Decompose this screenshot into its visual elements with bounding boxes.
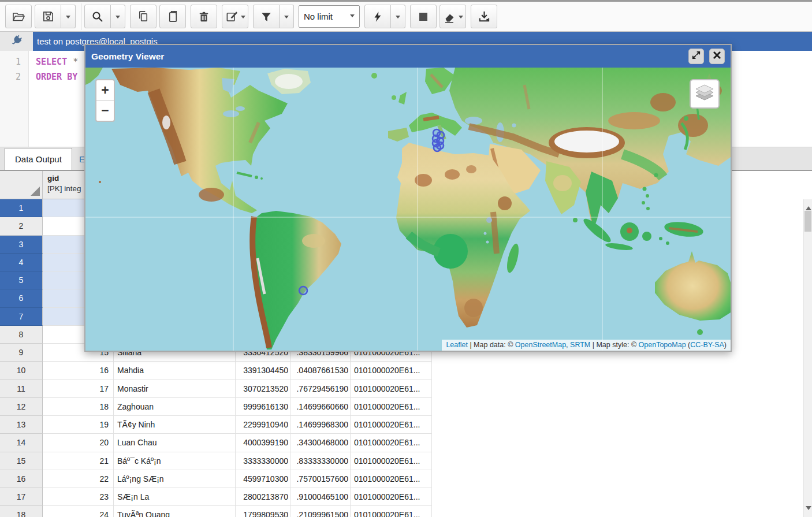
leaflet-map[interactable]: + − Leaflet | Map data: © OpenStreetMap,… (85, 68, 731, 351)
cell-gid[interactable]: 17 (43, 380, 114, 398)
table-row[interactable]: 1420Luan Chau4000399190.3430046800001010… (0, 434, 803, 452)
cell-name[interactable]: TÃ¢y Ninh (114, 416, 236, 434)
cell-name[interactable]: TuyÃªn Quang (114, 506, 236, 517)
layers-control[interactable] (690, 79, 720, 109)
table-row[interactable]: 1016Mahdia3391304450.0408766153001010000… (0, 362, 803, 380)
cell-geom[interactable]: 0101000020E61... (351, 380, 432, 398)
filter-options-button[interactable] (280, 5, 294, 28)
table-row[interactable]: 1723SÆ¡n La2800213870.910004651000101000… (0, 488, 803, 506)
row-number[interactable]: 5 (0, 271, 43, 289)
vertical-scrollbar[interactable] (803, 199, 812, 517)
cell-name[interactable]: SÆ¡n La (114, 488, 236, 506)
execute-button[interactable] (364, 5, 391, 28)
open-file-button[interactable] (5, 5, 32, 28)
cell-value2[interactable]: .34300468000 (290, 434, 351, 452)
cell-value2[interactable]: .21099961500 (290, 506, 351, 517)
find-options-button[interactable] (111, 5, 125, 28)
cell-value1[interactable]: 3333330000 (236, 452, 290, 470)
row-number[interactable]: 6 (0, 289, 43, 307)
filter-button[interactable] (253, 5, 280, 28)
row-number[interactable]: 7 (0, 308, 43, 326)
zoom-in-button[interactable]: + (96, 80, 114, 101)
select-all-corner[interactable] (0, 171, 43, 199)
cell-gid[interactable]: 21 (43, 452, 114, 470)
cell-geom[interactable]: 0101000020E61... (351, 434, 432, 452)
table-row[interactable]: 1824TuyÃªn Quang1799809530.2109996150001… (0, 506, 803, 517)
cell-value1[interactable]: 2800213870 (236, 488, 290, 506)
table-row[interactable]: 1521Báº¯c Káº¡n3333330000.83333330000010… (0, 452, 803, 470)
save-options-button[interactable] (61, 5, 76, 28)
cell-geom[interactable]: 0101000020E61... (351, 416, 432, 434)
cell-value1[interactable]: 2299910940 (236, 416, 290, 434)
row-number[interactable]: 9 (0, 344, 43, 362)
cell-value2[interactable]: .75700157600 (290, 470, 351, 488)
row-number[interactable]: 14 (0, 434, 43, 452)
row-number[interactable]: 2 (0, 217, 43, 235)
cell-gid[interactable]: 24 (43, 506, 114, 517)
row-number[interactable]: 8 (0, 326, 43, 344)
execute-options-button[interactable] (391, 5, 405, 28)
scroll-down-arrow-icon[interactable] (806, 506, 811, 513)
row-number[interactable]: 11 (0, 380, 43, 398)
row-number[interactable]: 15 (0, 452, 43, 470)
cell-gid[interactable]: 16 (43, 362, 114, 380)
tab-data-output[interactable]: Data Output (5, 148, 72, 170)
cell-geom[interactable]: 0101000020E61... (351, 506, 432, 517)
osm-link[interactable]: OpenStreetMap (515, 341, 566, 349)
geometry-marker[interactable] (434, 144, 441, 151)
cell-value2[interactable]: .14699660660 (290, 398, 351, 416)
geometry-marker[interactable] (299, 287, 307, 295)
copy-button[interactable] (130, 5, 157, 28)
opentopomap-link[interactable]: OpenTopoMap (639, 341, 686, 349)
row-number[interactable]: 12 (0, 398, 43, 416)
cell-name[interactable]: Zaghouan (114, 398, 236, 416)
cell-geom[interactable]: 0101000020E61... (351, 488, 432, 506)
cell-name[interactable]: Mahdia (114, 362, 236, 380)
table-row[interactable]: 1117Monastir3070213520.76729456190010100… (0, 380, 803, 398)
scrollbar-thumb[interactable] (804, 211, 811, 232)
cell-geom[interactable]: 0101000020E61... (351, 470, 432, 488)
dialog-header[interactable]: Geometry Viewer (85, 45, 731, 68)
cell-gid[interactable]: 18 (43, 398, 114, 416)
cell-value2[interactable]: .14699968300 (290, 416, 351, 434)
cell-name[interactable]: Láº¡ng SÆ¡n (114, 470, 236, 488)
cell-value1[interactable]: 4599710300 (236, 470, 290, 488)
cell-gid[interactable]: 19 (43, 416, 114, 434)
table-row[interactable]: 1218Zaghouan9999616130.14699660660010100… (0, 398, 803, 416)
cell-gid[interactable]: 23 (43, 488, 114, 506)
row-number[interactable]: 16 (0, 470, 43, 488)
save-button[interactable] (35, 5, 61, 28)
row-number[interactable]: 4 (0, 254, 43, 271)
expand-dialog-button[interactable] (688, 49, 704, 64)
cell-geom[interactable]: 0101000020E61... (351, 362, 432, 380)
edit-button[interactable] (222, 5, 248, 28)
cell-name[interactable]: Báº¯c Káº¡n (114, 452, 236, 470)
cell-value2[interactable]: .04087661530 (290, 362, 351, 380)
cell-value1[interactable]: 3070213520 (236, 380, 290, 398)
row-limit-select[interactable]: No limit (299, 5, 360, 28)
row-number[interactable]: 17 (0, 488, 43, 506)
table-row[interactable]: 1622Láº¡ng SÆ¡n4599710300.75700157600010… (0, 470, 803, 488)
cell-value1[interactable]: 4000399190 (236, 434, 290, 452)
row-number[interactable]: 18 (0, 506, 43, 517)
cell-gid[interactable]: 22 (43, 470, 114, 488)
cell-name[interactable]: Luan Chau (114, 434, 236, 452)
zoom-out-button[interactable]: − (96, 101, 114, 121)
clear-button[interactable] (439, 5, 466, 28)
row-number[interactable]: 10 (0, 362, 43, 380)
paste-button[interactable] (159, 5, 186, 28)
cell-value2[interactable]: .91000465100 (290, 488, 351, 506)
scroll-up-arrow-icon[interactable] (806, 203, 811, 210)
row-number[interactable]: 3 (0, 236, 43, 254)
delete-button[interactable] (191, 5, 217, 28)
table-row[interactable]: 1319TÃ¢y Ninh2299910940.1469996830001010… (0, 416, 803, 434)
cell-value2[interactable]: .83333330000 (290, 452, 351, 470)
cell-name[interactable]: Monastir (114, 380, 236, 398)
leaflet-link[interactable]: Leaflet (446, 341, 468, 349)
cell-geom[interactable]: 0101000020E61... (351, 452, 432, 470)
cell-value1[interactable]: 9999616130 (236, 398, 290, 416)
cell-gid[interactable]: 20 (43, 434, 114, 452)
close-dialog-button[interactable] (709, 49, 725, 64)
row-number[interactable]: 1 (0, 199, 43, 217)
sql-line-1[interactable]: SELECT* (36, 57, 78, 67)
